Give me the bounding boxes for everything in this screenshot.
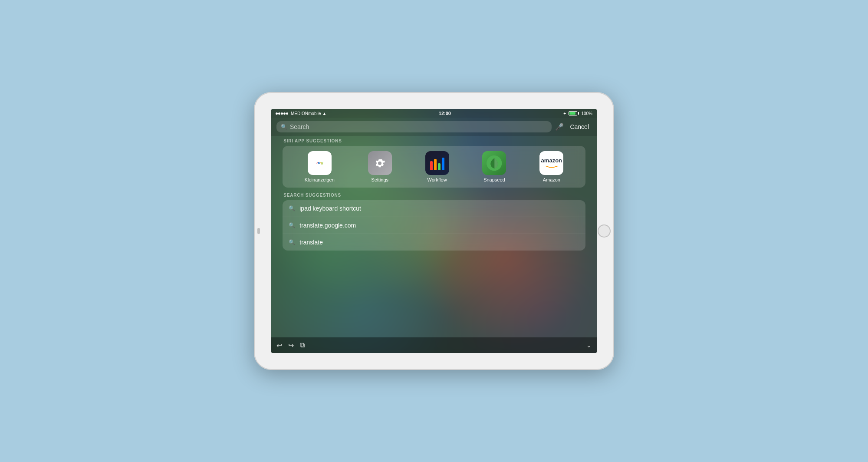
status-bar: MEDIONmobile ▲ 12:00 ✦ 100% [271,109,597,118]
battery-indicator [569,111,579,116]
signal-dots [276,112,288,115]
siri-section-label: SIRI APP SUGGESTIONS [283,139,585,143]
back-button[interactable]: ↩ [276,341,282,350]
suggestions-panel: SIRI APP SUGGESTIONS ebay Kleinanzeigen [283,139,585,251]
ipad-home-button[interactable] [598,224,611,238]
carrier-name: MEDIONmobile [291,111,321,116]
suggestion-search-icon-0: 🔍 [289,205,295,211]
suggestion-search-icon-1: 🔍 [289,222,295,228]
search-section-label: SEARCH SUGGESTIONS [283,193,585,198]
suggestion-search-icon-2: 🔍 [289,239,295,245]
status-time: 12:00 [439,111,451,116]
page-background: MEDIONmobile ▲ 12:00 ✦ 100% [0,0,868,462]
app-label-amazon: Amazon [543,177,560,182]
ipad-side-button-left [257,228,260,234]
app-label-settings: Settings [371,177,388,182]
app-item-ebay[interactable]: ebay Kleinanzeigen [305,151,335,182]
suggestion-item-2[interactable]: 🔍 translate [283,234,585,251]
mic-icon[interactable]: 🎤 [555,123,564,131]
search-icon: 🔍 [281,124,287,130]
ipad-screen: MEDIONmobile ▲ 12:00 ✦ 100% [271,109,597,353]
status-right: ✦ 100% [563,111,592,116]
battery-percent: 100% [581,111,592,116]
suggestion-item-1[interactable]: 🔍 translate.google.com [283,217,585,234]
app-item-snapseed[interactable]: Snapseed [482,151,506,182]
siri-app-suggestions: ebay Kleinanzeigen Settings [283,146,585,188]
copy-button[interactable]: ⧉ [300,341,305,349]
search-suggestions-list: 🔍 ipad keyboard shortcut 🔍 translate.goo… [283,200,585,251]
chevron-down-icon[interactable]: ⌄ [586,342,592,349]
search-input-container[interactable]: 🔍 Search [276,121,552,132]
app-icon-ebay: ebay [308,151,332,175]
search-overlay: 🔍 Search 🎤 Cancel SIRI APP SUGGESTIONS [271,118,597,353]
suggestion-text-2: translate [299,239,323,246]
app-label-snapseed: Snapseed [483,177,505,182]
app-item-settings[interactable]: Settings [368,151,392,182]
app-item-workflow[interactable]: Workflow [425,151,449,182]
cancel-button[interactable]: Cancel [567,122,592,131]
app-icon-workflow [425,151,449,175]
forward-button[interactable]: ↪ [288,341,294,350]
app-label-workflow: Workflow [427,177,447,182]
app-icon-amazon: amazon [539,151,563,175]
bluetooth-icon: ✦ [563,111,566,116]
bottom-toolbar: ↩ ↪ ⧉ ⌄ [271,337,597,353]
app-icon-settings [368,151,392,175]
app-label-ebay: Kleinanzeigen [305,177,335,182]
ipad-frame: MEDIONmobile ▲ 12:00 ✦ 100% [254,92,614,370]
status-left: MEDIONmobile ▲ [276,111,326,116]
search-placeholder: Search [290,123,309,130]
search-bar: 🔍 Search 🎤 Cancel [271,118,597,136]
suggestion-text-1: translate.google.com [299,222,356,229]
wifi-icon: ▲ [322,111,326,116]
app-item-amazon[interactable]: amazon Amazon [539,151,563,182]
suggestion-item-0[interactable]: 🔍 ipad keyboard shortcut [283,200,585,217]
app-icon-snapseed [482,151,506,175]
suggestion-text-0: ipad keyboard shortcut [299,205,361,212]
